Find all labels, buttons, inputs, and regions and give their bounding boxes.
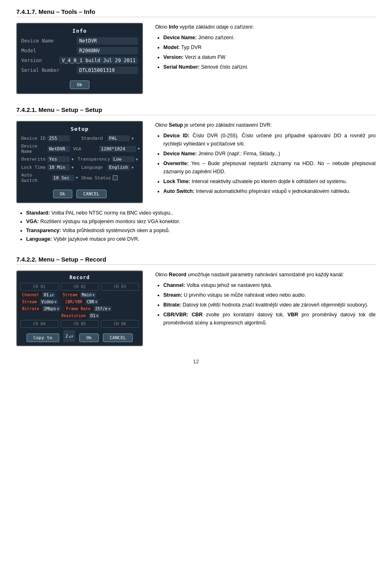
section-setup-title: 7.4.2.1. Menu – Setup – Setup — [16, 106, 376, 115]
setup-buttons: Ok CANCEL — [21, 186, 138, 198]
info-row-model: Model R2008NV — [21, 47, 138, 54]
info-label-device-name: Device Name — [21, 38, 58, 44]
setup-ok-button[interactable]: Ok — [53, 190, 72, 198]
record-buttons: Copy to 2 ▲▼ Ok CANCEL — [20, 330, 139, 342]
info-row-version: Version V_4_0_1 build Jul 29 2011 — [21, 57, 138, 64]
info-label-model: Model — [21, 48, 58, 54]
setup-val-transparency: Low — [112, 156, 134, 162]
setup-val-locktime: 10 Min — [47, 164, 70, 170]
setup-label-vga: VGA — [73, 146, 98, 152]
info-label-serial: Serial Number — [21, 67, 60, 73]
setup-transparency-arrow[interactable]: ▼ — [136, 157, 138, 161]
setup-bullet-0: Device ID: Číslo DVR (0-255). Číslo urče… — [163, 132, 376, 148]
info-bullet-1: Model: Typ DVR — [163, 43, 376, 51]
setup-row-4: Lock Time 10 Min ▼ Language English ▼ — [21, 164, 138, 170]
record-channel-val: 01 ▲▼ — [42, 292, 55, 298]
setup-language-group: Language English ▼ — [81, 164, 138, 170]
record-ch04-label: CH 04 — [20, 320, 58, 328]
section-record-title: 7.4.2.2. Menu – Setup – Record — [16, 256, 376, 265]
setup-language-arrow[interactable]: ▼ — [131, 166, 134, 170]
setup-sub-bullet-1: VGA: Rozlišení výstupu na připojeném mon… — [26, 217, 376, 226]
info-row-device-name: Device Name NetDVR — [21, 37, 138, 45]
setup-bullet-3: Lock Time: Interval neaktivity uživatele… — [163, 177, 376, 186]
setup-transparency-group: Transparency Low ▼ — [78, 156, 138, 162]
record-framerate-val: 25f/e ▼ — [94, 306, 112, 311]
section-info: 7.4.1.7. Menu – Tools – Info Info Device… — [16, 8, 376, 94]
setup-bullet-2: Overwrite: Yes – Bude přepisovat nejstar… — [163, 159, 376, 176]
info-label-version: Version — [21, 58, 58, 63]
record-channel-label: Channel — [20, 292, 41, 298]
setup-val-device-name: NetDVR — [47, 146, 70, 152]
setup-label-device-id: Device ID — [21, 136, 46, 141]
info-screen-box: Info Device Name NetDVR Model R2008NV Ve… — [16, 23, 143, 94]
section-record: 7.4.2.2. Menu – Setup – Record Record CH… — [16, 256, 376, 346]
setup-label-autoswitch: Auto Switch — [21, 172, 50, 183]
setup-cancel-button[interactable]: CANCEL — [76, 190, 107, 198]
record-copyto-button[interactable]: Copy to — [27, 333, 59, 342]
info-bullet-2: Version: Verzi a datum FW — [163, 53, 376, 61]
setup-val-language: English — [107, 164, 130, 170]
setup-val-vga: 1280*1024 — [99, 146, 136, 152]
setup-device-id-group: Device ID 255 — [21, 135, 78, 141]
setup-locktime-group: Lock Time 10 Min ▼ — [21, 164, 78, 170]
info-val-device-name: NetDVR — [77, 37, 138, 45]
info-buttons: Ok — [21, 77, 138, 89]
record-stream-type-label: Stream — [20, 299, 38, 304]
setup-val-overwrite: Yes — [47, 156, 70, 162]
info-description: Okno Info vypíše základní údaje o zaříze… — [155, 23, 376, 73]
setup-desc-bold: Setup — [169, 122, 183, 128]
record-stream-val: Main ▼ — [80, 292, 96, 298]
record-stream-row: Stream Video ▼ CBR/VBR CBR ▼ — [20, 299, 139, 304]
setup-standard-group: Standard PAL ▼ — [81, 135, 138, 141]
setup-row-3: Overwrite Yes ▼ Transparency Low ▼ — [21, 156, 138, 162]
record-bullet-1: Stream: U prvního vstupu se může nahráva… — [163, 291, 376, 299]
record-cbrvbr-label: CBR/VBR — [64, 299, 84, 304]
setup-row-5: Auto Switch 10 Sec ▼ Show Status — [21, 172, 138, 183]
info-bullet-0: Device Name: Jméno zařízení. — [163, 34, 376, 42]
setup-bullet-4: Auto Switch: Interval automatického přep… — [163, 187, 376, 195]
setup-showstatus-checkbox[interactable] — [113, 175, 118, 180]
setup-standard-arrow[interactable]: ▼ — [131, 136, 134, 141]
setup-autoswitch-arrow[interactable]: ▼ — [76, 176, 78, 180]
setup-sub-bullets: Standard: Volba PAL nebo NTSC normy na B… — [16, 209, 376, 244]
setup-label-overwrite: Overwrite — [21, 157, 46, 162]
setup-locktime-arrow[interactable]: ▼ — [71, 166, 74, 170]
info-ok-button[interactable]: Ok — [70, 81, 89, 89]
record-resolution-row: Resolution D1 ▼ — [20, 313, 139, 318]
record-bullet-0: Channel: Volba vstupu jehož se nastavení… — [163, 281, 376, 289]
info-bullet-3: Serial Number: Sériové číslo zařízní. — [163, 63, 376, 71]
record-description: Okno Record umožňuje nastavit parametry … — [155, 271, 376, 329]
record-ch06-label: CH 06 — [101, 320, 139, 328]
setup-description: Okno Setup je určené pro základní nastav… — [155, 121, 376, 197]
setup-overwrite-group: Overwrite Yes ▼ — [21, 156, 74, 162]
setup-val-device-id: 255 — [47, 135, 70, 141]
page-number: 12 — [16, 358, 376, 365]
record-ch02-label: CH 02 — [61, 283, 99, 291]
record-cancel-button[interactable]: CANCEL — [103, 333, 133, 342]
setup-label-locktime: Lock Time — [21, 165, 46, 170]
setup-autoswitch-group: Auto Switch 10 Sec ▼ — [21, 172, 78, 183]
info-val-version: V_4_0_1 build Jul 29 2011 — [59, 57, 138, 64]
info-val-serial: DTL015001319 — [77, 67, 138, 74]
setup-overwrite-arrow[interactable]: ▼ — [71, 157, 74, 161]
record-resolution-val: D1 ▼ — [89, 313, 99, 318]
record-stream-type-val: Video ▼ — [40, 299, 58, 304]
record-desc-text: Okno Record umožňuje nastavit parametry … — [155, 271, 376, 327]
info-row-serial: Serial Number DTL015001319 — [21, 67, 138, 74]
info-val-model: R2008NV — [77, 47, 138, 54]
setup-desc-text: Okno Setup je určené pro základní nastav… — [155, 121, 376, 195]
record-bullet-2: Bitrate: Datový tok (větší hodnota značí… — [163, 301, 376, 309]
setup-vga-arrow[interactable]: ▼ — [138, 147, 140, 151]
setup-screen-box: Setup Device ID 255 Standard PAL ▼ — [16, 121, 143, 203]
record-bitrate-val: 2Mbps ▼ — [42, 306, 60, 311]
setup-label-showstatus: Show Status — [81, 175, 111, 181]
info-screen-title: Info — [21, 28, 138, 34]
record-channels-bottom: CH 04 CH 05 CH 06 — [20, 320, 139, 328]
record-channels-top: CH 01 CH 02 CH 03 — [20, 283, 139, 291]
setup-row-1: Device ID 255 Standard PAL ▼ — [21, 135, 138, 141]
record-bullet-3: CBR/VBR: CBR zvolte pro konstatní datový… — [163, 311, 376, 327]
record-ch01-label: CH 01 — [20, 283, 58, 291]
record-ok-button[interactable]: Ok — [79, 333, 98, 342]
info-desc-text: Okno Info vypíše základní údaje o zaříze… — [155, 23, 376, 71]
record-ch03-label: CH 03 — [101, 283, 139, 291]
